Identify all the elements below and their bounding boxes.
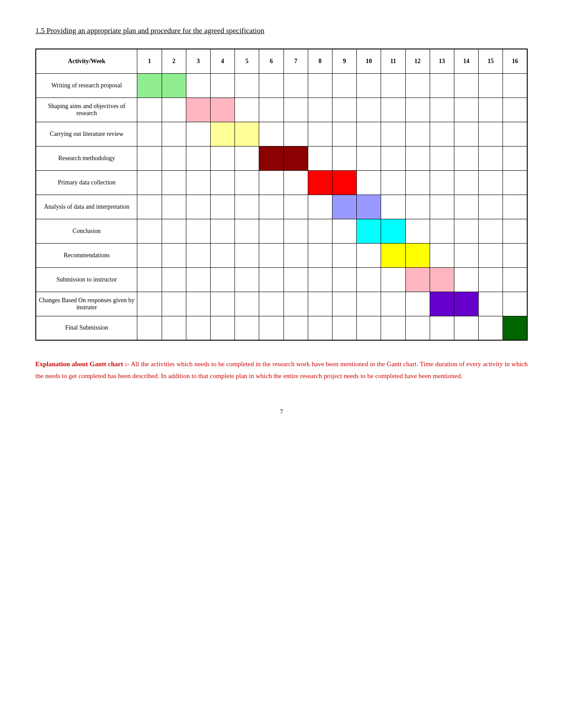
week-2-cell-row-5 [162, 195, 186, 219]
week-2-cell-row-3 [162, 146, 186, 170]
week-10-cell-row-5 [357, 195, 381, 219]
week-9-cell-row-5 [332, 195, 356, 219]
week-1-cell-row-4 [137, 170, 162, 195]
week-6-header: 6 [259, 49, 283, 73]
week-6-cell-row-5 [259, 195, 283, 219]
week-16-cell-row-9 [503, 292, 527, 316]
week-7-cell-row-9 [283, 292, 308, 316]
week-13-cell-row-4 [430, 170, 454, 195]
week-11-cell-row-7 [381, 243, 405, 267]
week-16-cell-row-3 [503, 146, 527, 170]
week-12-cell-row-0 [405, 73, 430, 98]
week-6-cell-row-0 [259, 73, 283, 98]
week-2-cell-row-4 [162, 170, 186, 195]
week-8-header: 8 [308, 49, 332, 73]
table-row: Conclusion [36, 219, 527, 243]
week-11-cell-row-3 [381, 146, 405, 170]
week-9-cell-row-6 [332, 219, 356, 243]
week-9-cell-row-0 [332, 73, 356, 98]
week-6-cell-row-6 [259, 219, 283, 243]
week-2-cell-row-1 [162, 98, 186, 122]
week-15-cell-row-10 [479, 316, 503, 340]
activity-cell: Final Submission [36, 316, 137, 340]
week-11-cell-row-10 [381, 316, 405, 340]
activity-cell: Shaping aims and objectives of research [36, 98, 137, 122]
week-5-cell-row-0 [235, 73, 259, 98]
week-12-header: 12 [405, 49, 430, 73]
week-15-cell-row-8 [479, 267, 503, 292]
week-16-cell-row-2 [503, 122, 527, 146]
week-6-cell-row-1 [259, 98, 283, 122]
week-4-header: 4 [211, 49, 235, 73]
week-5-header: 5 [235, 49, 259, 73]
week-16-cell-row-4 [503, 170, 527, 195]
week-2-cell-row-2 [162, 122, 186, 146]
week-15-cell-row-1 [479, 98, 503, 122]
week-8-cell-row-9 [308, 292, 332, 316]
week-9-cell-row-9 [332, 292, 356, 316]
week-13-cell-row-1 [430, 98, 454, 122]
week-12-cell-row-10 [405, 316, 430, 340]
week-6-cell-row-8 [259, 267, 283, 292]
page-number: 7 [35, 409, 528, 416]
week-12-cell-row-5 [405, 195, 430, 219]
week-3-cell-row-1 [186, 98, 210, 122]
week-10-header: 10 [357, 49, 381, 73]
week-2-header: 2 [162, 49, 186, 73]
week-4-cell-row-6 [211, 219, 235, 243]
activity-cell: Writing of research proposal [36, 73, 137, 98]
week-2-cell-row-9 [162, 292, 186, 316]
week-15-cell-row-0 [479, 73, 503, 98]
week-15-cell-row-7 [479, 243, 503, 267]
week-9-cell-row-7 [332, 243, 356, 267]
week-14-cell-row-0 [454, 73, 478, 98]
week-6-cell-row-4 [259, 170, 283, 195]
week-3-cell-row-4 [186, 170, 210, 195]
week-6-cell-row-9 [259, 292, 283, 316]
week-9-cell-row-4 [332, 170, 356, 195]
week-10-cell-row-6 [357, 219, 381, 243]
week-10-cell-row-3 [357, 146, 381, 170]
week-7-cell-row-1 [283, 98, 308, 122]
week-11-cell-row-4 [381, 170, 405, 195]
week-14-cell-row-9 [454, 292, 478, 316]
week-1-cell-row-1 [137, 98, 162, 122]
week-10-cell-row-9 [357, 292, 381, 316]
week-7-cell-row-0 [283, 73, 308, 98]
week-14-cell-row-2 [454, 122, 478, 146]
week-13-cell-row-6 [430, 219, 454, 243]
week-5-cell-row-8 [235, 267, 259, 292]
week-14-cell-row-6 [454, 219, 478, 243]
week-11-cell-row-6 [381, 219, 405, 243]
activity-cell: Analysis of data and interpretation [36, 195, 137, 219]
week-3-cell-row-8 [186, 267, 210, 292]
week-16-cell-row-10 [503, 316, 527, 340]
week-4-cell-row-1 [211, 98, 235, 122]
week-6-cell-row-10 [259, 316, 283, 340]
week-15-cell-row-5 [479, 195, 503, 219]
week-13-cell-row-5 [430, 195, 454, 219]
week-4-cell-row-10 [211, 316, 235, 340]
week-11-cell-row-1 [381, 98, 405, 122]
week-7-cell-row-7 [283, 243, 308, 267]
table-row: Changes Based On responses given by inst… [36, 292, 527, 316]
table-row: Research methodology [36, 146, 527, 170]
week-7-cell-row-10 [283, 316, 308, 340]
week-11-cell-row-5 [381, 195, 405, 219]
week-13-cell-row-3 [430, 146, 454, 170]
week-10-cell-row-7 [357, 243, 381, 267]
week-12-cell-row-8 [405, 267, 430, 292]
week-8-cell-row-4 [308, 170, 332, 195]
week-9-cell-row-2 [332, 122, 356, 146]
table-row: Primary data collection [36, 170, 527, 195]
week-5-cell-row-3 [235, 146, 259, 170]
week-14-cell-row-1 [454, 98, 478, 122]
week-16-cell-row-7 [503, 243, 527, 267]
week-4-cell-row-2 [211, 122, 235, 146]
table-row: Final Submission [36, 316, 527, 340]
week-16-cell-row-0 [503, 73, 527, 98]
week-5-cell-row-6 [235, 219, 259, 243]
activity-cell: Submission to instructor [36, 267, 137, 292]
week-3-cell-row-3 [186, 146, 210, 170]
activity-week-header: Activity/Week [36, 49, 137, 73]
